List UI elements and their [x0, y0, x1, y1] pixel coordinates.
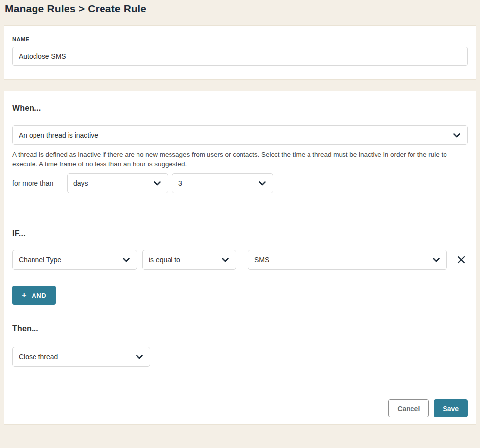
duration-label: for more than — [12, 179, 67, 187]
close-icon — [457, 255, 466, 264]
chevron-down-icon — [154, 181, 161, 186]
duration-unit-value: days — [73, 179, 88, 187]
chevron-down-icon — [433, 258, 440, 262]
remove-condition-button[interactable] — [456, 254, 467, 265]
when-section: When... An open thread is inactive A thr… — [4, 91, 476, 217]
duration-amount-select[interactable]: 3 — [172, 173, 273, 193]
save-button[interactable]: Save — [434, 399, 468, 417]
chevron-down-icon — [259, 181, 266, 186]
rule-name-input[interactable] — [12, 47, 468, 66]
condition-operator-select[interactable]: is equal to — [142, 250, 236, 270]
chevron-down-icon — [123, 258, 130, 262]
if-heading: IF... — [12, 229, 468, 238]
condition-field-value: Channel Type — [19, 256, 61, 264]
rule-builder-card: When... An open thread is inactive A thr… — [4, 91, 476, 425]
duration-row: for more than days 3 — [12, 173, 468, 193]
rule-name-card: NAME — [4, 25, 476, 80]
if-section: IF... Channel Type is equal to SMS — [4, 217, 476, 313]
condition-value-select[interactable]: SMS — [248, 250, 447, 270]
name-field-label: NAME — [12, 36, 468, 42]
chevron-down-icon — [136, 355, 143, 359]
when-trigger-value: An open thread is inactive — [19, 131, 98, 139]
then-heading: Then... — [12, 324, 468, 333]
add-and-condition-button[interactable]: + AND — [12, 286, 56, 305]
cancel-button[interactable]: Cancel — [388, 399, 429, 417]
breadcrumb-page-title: Manage Rules > Create Rule — [0, 0, 480, 15]
when-trigger-select[interactable]: An open thread is inactive — [12, 125, 468, 145]
duration-amount-value: 3 — [178, 179, 182, 187]
inactive-helper-text: A thread is defined as inactive if there… — [12, 150, 468, 169]
plus-icon: + — [22, 291, 26, 300]
duration-unit-select[interactable]: days — [67, 173, 168, 193]
and-button-label: AND — [32, 292, 46, 299]
then-action-value: Close thread — [19, 353, 58, 361]
condition-field-select[interactable]: Channel Type — [12, 250, 137, 270]
condition-operator-value: is equal to — [149, 256, 180, 264]
chevron-down-icon — [453, 133, 460, 138]
then-action-select[interactable]: Close thread — [12, 347, 150, 367]
when-heading: When... — [12, 104, 468, 113]
condition-value-value: SMS — [254, 256, 269, 264]
then-section: Then... Close thread Cancel Save — [4, 313, 476, 424]
chevron-down-icon — [222, 258, 229, 262]
condition-row: Channel Type is equal to SMS — [12, 250, 468, 270]
form-footer: Cancel Save — [12, 399, 468, 417]
